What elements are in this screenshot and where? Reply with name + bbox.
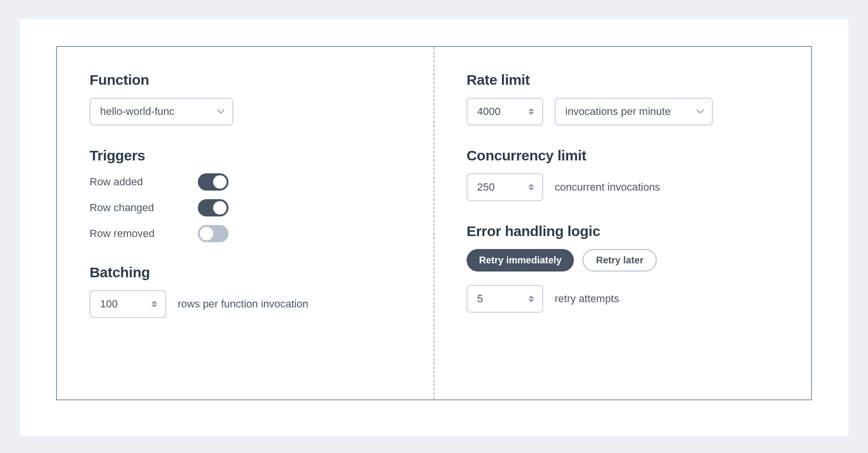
trigger-label: Row changed xyxy=(90,202,154,214)
function-title: Function xyxy=(90,72,401,88)
retry-attempts-suffix: retry attempts xyxy=(555,293,619,305)
chevron-down-icon xyxy=(697,109,704,114)
concurrency-value: 250 xyxy=(477,181,528,193)
left-column: Function hello-world-func Triggers Row a… xyxy=(57,47,434,399)
batching-suffix: rows per function invocation xyxy=(178,298,308,310)
concurrency-section: Concurrency limit 250 concurrent invocat… xyxy=(467,147,778,201)
function-select-value: hello-world-func xyxy=(100,105,217,118)
batching-section: Batching 100 rows per function invocatio… xyxy=(90,264,401,318)
rate-limit-unit-select[interactable]: invocations per minute xyxy=(555,98,713,125)
concurrency-title: Concurrency limit xyxy=(467,147,778,164)
rate-limit-section: Rate limit 4000 invocations per minute xyxy=(467,72,778,125)
settings-card: Function hello-world-func Triggers Row a… xyxy=(20,19,848,436)
batching-title: Batching xyxy=(90,264,401,281)
retry-attempts-value: 5 xyxy=(477,293,528,305)
trigger-row-added-toggle[interactable] xyxy=(198,173,228,191)
function-select[interactable]: hello-world-func xyxy=(90,98,233,125)
trigger-row-changed-toggle[interactable] xyxy=(198,199,228,216)
error-handling-title: Error handling logic xyxy=(467,223,778,239)
retry-mode-group: Retry immediately Retry later xyxy=(467,249,778,272)
function-section: Function hello-world-func xyxy=(90,72,401,125)
triggers-title: Triggers xyxy=(90,147,401,164)
batching-value: 100 xyxy=(100,298,151,310)
error-handling-section: Error handling logic Retry immediately R… xyxy=(467,223,778,313)
retry-immediately-button[interactable]: Retry immediately xyxy=(467,249,574,272)
triggers-section: Triggers Row added Row changed Row remov… xyxy=(90,147,401,242)
trigger-label: Row removed xyxy=(90,227,155,240)
chevron-down-icon xyxy=(217,109,225,114)
concurrency-stepper[interactable]: 250 xyxy=(467,173,543,201)
trigger-row: Row removed xyxy=(90,225,228,242)
settings-panel: Function hello-world-func Triggers Row a… xyxy=(56,46,812,400)
retry-later-button[interactable]: Retry later xyxy=(582,249,657,272)
retry-attempts-stepper[interactable]: 5 xyxy=(467,285,543,313)
rate-limit-title: Rate limit xyxy=(467,72,778,88)
stepper-icon xyxy=(151,300,158,308)
trigger-row: Row added xyxy=(90,173,228,191)
trigger-label: Row added xyxy=(90,176,143,188)
rate-limit-unit-value: invocations per minute xyxy=(565,105,697,118)
stepper-icon xyxy=(528,183,535,191)
concurrency-suffix: concurrent invocations xyxy=(555,181,660,193)
stepper-icon xyxy=(528,108,535,115)
batching-stepper[interactable]: 100 xyxy=(90,290,166,318)
panel-divider xyxy=(434,47,435,399)
trigger-row-removed-toggle[interactable] xyxy=(198,225,228,242)
right-column: Rate limit 4000 invocations per minute xyxy=(434,47,811,399)
rate-limit-value: 4000 xyxy=(477,105,528,118)
trigger-row: Row changed xyxy=(90,199,228,216)
stepper-icon xyxy=(528,295,535,303)
rate-limit-stepper[interactable]: 4000 xyxy=(467,98,543,125)
